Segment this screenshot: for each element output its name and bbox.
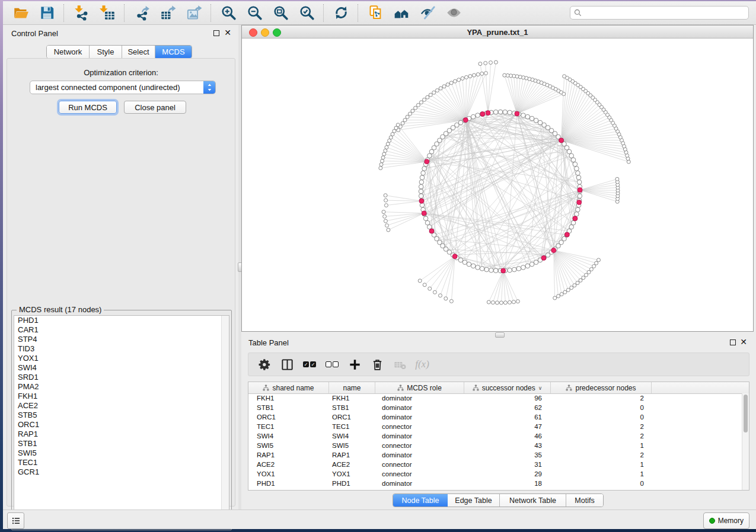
add-column-icon[interactable] [344,355,365,373]
node-table: shared name name MCDS role successor nod… [248,382,749,491]
table-row[interactable]: PHD1 PHD1 dominator 18 0 [248,479,742,488]
sort-descending-icon: ∨ [538,385,543,391]
table-scrollbar-thumb[interactable] [744,395,748,432]
network-window-title: YPA_prune.txt_1 [242,28,753,37]
mcds-result-item[interactable]: SWI4 [14,363,229,373]
table-row[interactable]: STB1 STB1 dominator 62 0 [248,403,742,412]
tab-edge-table[interactable]: Edge Table [448,494,500,507]
toolbar-separator [358,4,359,22]
network-view-window: YPA_prune.txt_1 [241,25,754,332]
criterion-select[interactable]: largest connected component (undirected) [30,81,216,94]
export-table-icon[interactable] [157,4,178,23]
table-header-row: shared name name MCDS role successor nod… [248,382,749,394]
mcds-result-item[interactable]: TID3 [14,344,229,354]
table-row[interactable]: SWI4 SWI4 dominator 46 2 [248,431,742,441]
mcds-result-item[interactable]: CAR1 [14,325,229,335]
import-network-icon[interactable] [71,4,92,23]
table-body: FKH1 FKH1 dominator 96 2 STB1 STB1 domin… [248,393,742,490]
mcds-result-item[interactable]: TEC1 [14,458,229,467]
column-header-predecessor-nodes[interactable]: predecessor nodes [551,382,652,393]
close-panel-icon[interactable]: ✕ [224,28,231,37]
tab-network[interactable]: Network [47,46,90,58]
column-header-successor-nodes[interactable]: successor nodes ∨ [464,382,551,393]
task-history-list-button[interactable] [7,512,24,529]
tab-network-table[interactable]: Network Table [500,494,566,507]
column-tree-icon [473,384,479,391]
table-row[interactable]: TEC1 TEC1 connector 47 2 [248,422,742,431]
control-panel: Control Panel ✕ Network Style Select MCD… [3,25,238,509]
network-graph[interactable] [242,39,753,331]
export-network-icon[interactable] [131,4,152,23]
main-toolbar [3,1,756,25]
delete-columns-trash-icon[interactable] [367,355,387,373]
close-panel-icon[interactable]: ✕ [740,337,747,347]
select-stepper-icon [203,81,215,94]
delete-table-icon-disabled [390,355,410,373]
column-tree-icon [263,384,269,391]
open-file-icon[interactable] [10,4,31,23]
import-table-icon[interactable] [97,4,118,23]
mcds-result-item[interactable]: STB1 [14,439,229,448]
close-panel-button[interactable]: Close panel [124,101,186,114]
tab-select[interactable]: Select [122,46,155,58]
mcds-list-scrollbar[interactable] [221,316,229,527]
save-session-icon[interactable] [36,4,58,23]
mcds-result-item[interactable]: SRD1 [14,373,229,382]
mcds-result-item[interactable]: RAP1 [14,430,229,439]
table-row[interactable]: ORC1 ORC1 dominator 61 0 [248,412,742,422]
memory-button[interactable]: Memory [703,512,749,529]
mcds-result-title: MCDS result (17 nodes) [17,305,104,314]
mcds-result-item[interactable]: PHD1 [14,316,229,325]
show-all-eye-icon[interactable] [443,4,464,23]
float-panel-icon[interactable] [213,30,219,36]
refresh-icon[interactable] [330,4,352,23]
run-mcds-button[interactable]: Run MCDS [59,101,117,114]
mcds-result-item[interactable]: ACE2 [14,401,229,411]
neighbors-houses-icon[interactable] [391,4,412,23]
mcds-result-group: MCDS result (17 nodes) PHD1CAR1STP4TID3Y… [11,310,232,530]
tab-mcds[interactable]: MCDS [155,46,192,58]
zoom-fit-icon[interactable] [270,4,291,23]
deselect-all-columns-icon[interactable] [322,355,342,373]
table-toolbar: ✓✓ f(x) [248,352,749,376]
float-panel-icon[interactable] [730,339,736,345]
mcds-result-item[interactable]: GCR1 [14,467,229,477]
application-window: Control Panel ✕ Network Style Select MCD… [3,1,756,529]
table-row[interactable]: FKH1 FKH1 dominator 96 2 [248,393,742,403]
column-header-name[interactable]: name [329,382,375,393]
mcds-result-item[interactable]: STB5 [14,411,229,420]
zoom-selected-icon[interactable] [296,4,317,23]
mcds-result-item[interactable]: SWI5 [14,448,229,458]
mcds-result-item[interactable]: FKH1 [14,392,229,401]
mcds-result-item[interactable]: PMA2 [14,382,229,392]
table-settings-gear-icon[interactable] [254,355,275,373]
select-all-columns-icon[interactable]: ✓✓ [299,355,320,373]
hide-selected-eye-slash-icon[interactable] [417,4,438,23]
search-box[interactable] [570,6,749,20]
status-bar: Memory [3,509,756,529]
column-header-mcds-role[interactable]: MCDS role [375,382,464,393]
table-row[interactable]: RAP1 RAP1 dominator 35 2 [248,450,742,460]
column-header-filler [652,382,749,393]
column-header-shared-name[interactable]: shared name [248,382,329,393]
mcds-result-list[interactable]: PHD1CAR1STP4TID3YOX1SWI4SRD1PMA2FKH1ACE2… [14,315,229,528]
table-row[interactable]: ACE2 ACE2 connector 31 1 [248,460,742,469]
network-window-titlebar[interactable]: YPA_prune.txt_1 [242,25,753,39]
tab-style[interactable]: Style [90,46,122,58]
export-image-icon[interactable] [183,4,205,23]
tab-node-table[interactable]: Node Table [393,494,448,507]
control-panel-title: Control Panel [11,29,58,38]
zoom-in-icon[interactable] [218,4,239,23]
duplicate-network-icon[interactable] [365,4,386,23]
search-input[interactable] [585,8,745,18]
mcds-tab-content: Optimization criterion: largest connecte… [7,58,235,507]
table-row[interactable]: YOX1 YOX1 connector 29 1 [248,469,742,479]
show-column-panel-icon[interactable] [277,355,297,373]
table-row[interactable]: SWI5 SWI5 connector 43 1 [248,441,742,450]
mcds-result-item[interactable]: STP4 [14,335,229,344]
mcds-result-item[interactable]: ORC1 [14,420,229,430]
table-scrollbar[interactable] [742,393,749,490]
zoom-out-icon[interactable] [244,4,265,23]
tab-motifs[interactable]: Motifs [566,494,603,507]
mcds-result-item[interactable]: YOX1 [14,354,229,363]
